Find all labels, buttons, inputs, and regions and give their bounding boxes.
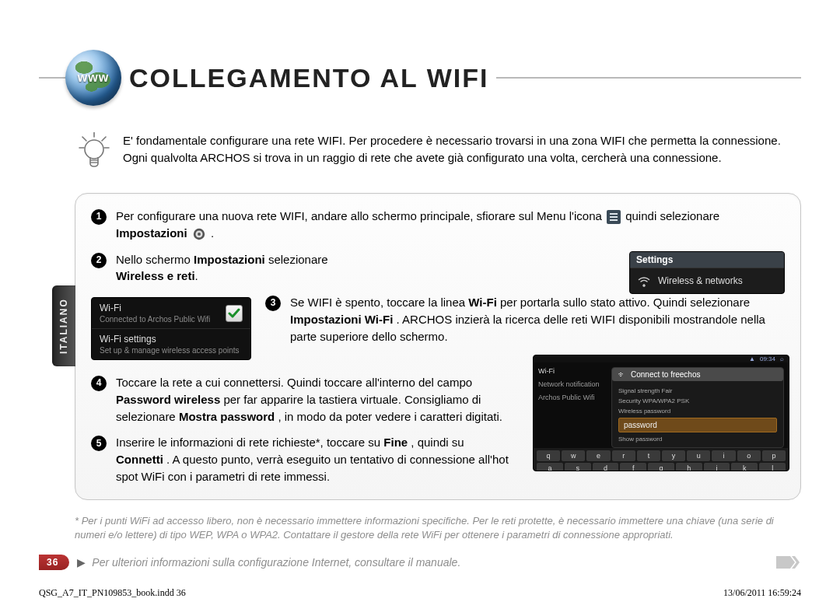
wifi-row1-sub: Connected to Archos Public Wifi: [100, 315, 210, 324]
step4-pw: Password wireless: [116, 393, 220, 406]
kb-key: p: [762, 450, 786, 461]
wifi-row1-title: Wi-Fi: [100, 303, 121, 313]
bottom-bar: 36 ▶ Per ulteriori informazioni sulla co…: [39, 554, 801, 571]
kb-key: d: [593, 463, 619, 471]
kb-key: o: [737, 450, 761, 461]
kb-key: a: [537, 463, 563, 471]
kb-time: 09:34: [760, 355, 775, 362]
kb-line2: Wireless password: [618, 408, 777, 415]
wifi-row-settings: Wi-Fi settings Set up & manage wireless …: [92, 329, 250, 359]
menu-icon: [607, 210, 621, 224]
kb-wifi-icon: ▲: [749, 355, 755, 362]
main-box: ITALIANO 1 Per configurare una nuova ret…: [75, 193, 801, 500]
step4-showpw: Mostra password: [179, 410, 275, 423]
step1-impostazioni: Impostazioni: [116, 226, 187, 240]
language-tab: ITALIANO: [52, 285, 75, 366]
step5-fine: Fine: [383, 436, 408, 449]
kb-key: i: [712, 450, 735, 461]
prepress-line: QSG_A7_IT_PN109853_book.indd 36 13/06/20…: [39, 587, 801, 599]
svg-line-2: [102, 137, 106, 141]
kb-key: u: [687, 450, 710, 461]
step1-text-b: quindi selezionare: [625, 209, 719, 222]
step-3: 3 Se WIFI è spento, toccare la linea Wi-…: [265, 294, 785, 345]
step5-b: , quindi su: [411, 436, 464, 449]
globe-label: www: [78, 71, 109, 85]
rule-left: [39, 77, 65, 79]
kb-key: f: [620, 463, 646, 471]
step-number: 1: [91, 209, 107, 225]
rule-right: [496, 77, 801, 79]
bar-end-icon: [776, 556, 801, 569]
wifi-icon: ᯤ: [618, 370, 626, 379]
kb-line0: Signal strength Fair: [618, 387, 777, 394]
gear-icon: [192, 227, 206, 241]
step1-text-c: .: [211, 226, 214, 240]
step2-impostazioni: Impostazioni: [194, 253, 265, 266]
footnote: * Per i punti WiFi ad accesso libero, no…: [75, 514, 801, 542]
svg-line-1: [82, 137, 86, 141]
svg-point-10: [198, 233, 201, 236]
step3-a: Se WIFI è spento, toccare la linea: [290, 296, 468, 309]
kb-left-1: Network notification: [538, 380, 607, 388]
kb-search-icon: ⌕: [780, 355, 784, 362]
lightbulb-icon: [78, 132, 110, 174]
prepress-stamp: 13/06/2011 16:59:24: [723, 587, 801, 599]
kb-dialog: ᯤ Connect to freechos Signal strength Fa…: [611, 367, 784, 448]
page-title: COLLEGAMENTO AL WIFI: [129, 63, 488, 93]
step4-a: Toccare la rete a cui connettersi. Quind…: [116, 376, 472, 389]
step-number: 4: [91, 376, 107, 391]
kb-key: y: [662, 450, 685, 461]
step-number: 2: [91, 253, 107, 268]
wifi-row2-title: Wi-Fi settings: [100, 334, 156, 345]
step1-text-a: Per configurare una nuova rete WIFI, and…: [116, 209, 605, 222]
kb-key: s: [565, 463, 591, 471]
wifi-icon: [638, 275, 650, 287]
arrow-icon: ▶: [77, 556, 86, 569]
step3-impwifi: Impostazioni Wi-Fi: [290, 313, 393, 326]
keyboard-screenshot: ▲ 09:34 ⌕ Wi-Fi Network notification Arc…: [533, 355, 789, 471]
step-number: 3: [265, 296, 281, 311]
bottom-text: Per ulteriori informazioni sulla configu…: [92, 556, 776, 569]
kb-dialog-title: ᯤ Connect to freechos: [612, 368, 783, 381]
kb-key: q: [537, 450, 560, 461]
kb-left-0: Wi-Fi: [538, 367, 607, 375]
kb-key: h: [676, 463, 702, 471]
step2-wireless: Wireless e reti: [116, 269, 195, 282]
kb-key: g: [648, 463, 674, 471]
page-number-badge: 36: [39, 555, 69, 570]
settings-screenshot: Settings Wireless & networks: [629, 251, 785, 294]
settings-row-label: Wireless & networks: [658, 275, 743, 286]
kb-line1: Security WPA/WPA2 PSK: [618, 397, 777, 404]
globe-wrap: www: [65, 50, 121, 106]
globe-icon: www: [65, 50, 121, 106]
kb-key: e: [586, 450, 610, 461]
step5-connetti: Connetti: [116, 453, 163, 466]
step-number: 5: [91, 436, 107, 451]
heading-row: www COLLEGAMENTO AL WIFI: [39, 50, 801, 106]
kb-statusbar: ▲ 09:34 ⌕: [534, 355, 789, 362]
step4-c: , in modo da poter vedere i caratteri di…: [278, 410, 502, 423]
kb-left-2: Archos Public Wifi: [538, 394, 607, 401]
step5-a: Inserire le informazioni di rete richies…: [116, 436, 383, 449]
kb-keys: qwertyuiopasdfghjkl⇧zxcvbnm⌫: [534, 448, 789, 471]
step2-c: .: [195, 269, 198, 282]
kb-left-list: Wi-Fi Network notification Archos Public…: [534, 362, 611, 448]
wifi-panel-screenshot: Wi-Fi Connected to Archos Public Wifi Wi…: [91, 297, 251, 360]
tip-block: E' fondamentale configurare una rete WIF…: [78, 132, 801, 174]
kb-key: t: [637, 450, 660, 461]
kb-key: w: [562, 450, 585, 461]
step5-c: . A questo punto, verrà eseguito un tent…: [116, 453, 509, 483]
step2-a: Nello schermo: [116, 253, 194, 266]
tip-text: E' fondamentale configurare una rete WIF…: [123, 132, 793, 174]
kb-key: j: [704, 463, 730, 471]
wifi-row-toggle: Wi-Fi Connected to Archos Public Wifi: [92, 298, 250, 329]
kb-hint: Show password: [618, 436, 777, 443]
kb-key: l: [759, 463, 786, 471]
step3-wifi: Wi-Fi: [468, 296, 497, 309]
wifi-row2-sub: Set up & manage wireless access points: [100, 346, 240, 355]
step-1: 1 Per configurare una nuova rete WIFI, a…: [91, 208, 785, 242]
svg-point-5: [85, 140, 103, 159]
settings-row-wireless: Wireless & networks: [630, 268, 784, 293]
kb-key: r: [612, 450, 635, 461]
settings-header: Settings: [630, 252, 784, 268]
